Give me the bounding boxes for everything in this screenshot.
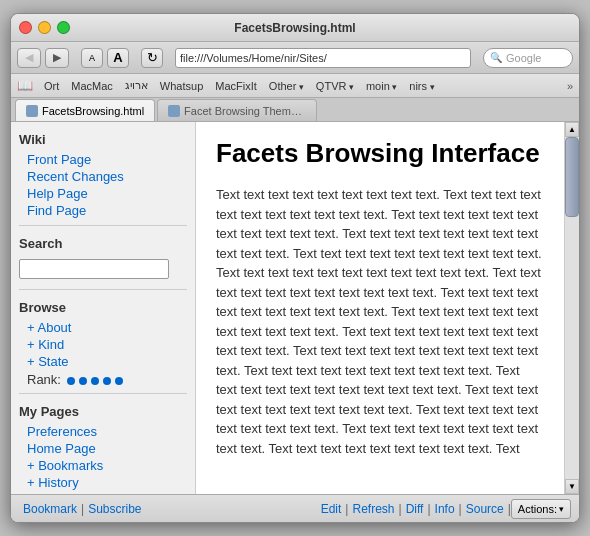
- tab-favicon-1: [26, 105, 38, 117]
- actions-arrow-icon: ▾: [559, 504, 564, 514]
- sidebar-link-kind[interactable]: + Kind: [19, 336, 187, 353]
- scrollbar-thumb[interactable]: [565, 137, 579, 217]
- bookmarks-more-button[interactable]: »: [567, 80, 573, 92]
- back-icon: ◀: [25, 51, 33, 64]
- bookmark-macmac[interactable]: MacMac: [66, 78, 118, 94]
- scrollbar-down-arrow[interactable]: ▼: [565, 479, 579, 494]
- sidebar-link-helppage[interactable]: Help Page: [19, 185, 187, 202]
- main-area: Wiki Front Page Recent Changes Help Page…: [11, 122, 579, 494]
- sidebar-divider-1: [19, 225, 187, 226]
- title-bar: FacetsBrowsing.html: [11, 14, 579, 42]
- tab-favicon-2: [168, 105, 180, 117]
- tabs-bar: FacetsBrowsing.html Facet Browsing Theme…: [11, 98, 579, 122]
- bookmarks-icon: 📖: [17, 78, 33, 93]
- sidebar-link-homepage[interactable]: Home Page: [19, 440, 187, 457]
- content-body: Text text text text text text text text …: [216, 185, 544, 458]
- rank-dot-2: [79, 377, 87, 385]
- subscribe-status-link[interactable]: Subscribe: [84, 502, 145, 516]
- search-bar[interactable]: 🔍 Google: [483, 48, 573, 68]
- maximize-button[interactable]: [57, 21, 70, 34]
- browse-section-title: Browse: [19, 300, 187, 315]
- rank-label: Rank:: [27, 372, 61, 387]
- tab-label-1: FacetsBrowsing.html: [42, 105, 144, 117]
- scrollbar-up-arrow[interactable]: ▲: [565, 122, 579, 137]
- search-input[interactable]: [19, 259, 169, 279]
- rank-dots: [63, 377, 123, 385]
- mypages-section-title: My Pages: [19, 404, 187, 419]
- tab-facetsbrowsing[interactable]: FacetsBrowsing.html: [15, 99, 155, 121]
- rank-dot-1: [67, 377, 75, 385]
- scrollbar[interactable]: ▲ ▼: [564, 122, 579, 494]
- browser-window: FacetsBrowsing.html ◀ ▶ A A ↻ file:///Vo…: [10, 13, 580, 523]
- rank-dot-3: [91, 377, 99, 385]
- rank-dot-4: [103, 377, 111, 385]
- sidebar-link-history[interactable]: + History: [19, 474, 187, 491]
- sidebar-link-frontpage[interactable]: Front Page: [19, 151, 187, 168]
- actions-button[interactable]: Actions: ▾: [511, 499, 571, 519]
- address-bar[interactable]: file:///Volumes/Home/nir/Sites/: [175, 48, 471, 68]
- status-right: Edit | Refresh | Diff | Info | Source | …: [317, 499, 571, 519]
- sidebar-divider-2: [19, 289, 187, 290]
- content-title: Facets Browsing Interface: [216, 138, 544, 169]
- scrollbar-thumb-area: [565, 137, 579, 479]
- close-button[interactable]: [19, 21, 32, 34]
- info-status-link[interactable]: Info: [431, 502, 459, 516]
- tab-facettheme[interactable]: Facet Browsing Theme ...: [157, 99, 317, 121]
- bookmark-qtvr[interactable]: QTVR: [311, 78, 359, 94]
- sidebar-link-about[interactable]: + About: [19, 319, 187, 336]
- bookmark-moin[interactable]: moin: [361, 78, 402, 94]
- edit-status-link[interactable]: Edit: [317, 502, 346, 516]
- back-button[interactable]: ◀: [17, 48, 41, 68]
- bookmark-macfixit[interactable]: MacFixIt: [210, 78, 262, 94]
- search-section-title: Search: [19, 236, 187, 251]
- diff-status-link[interactable]: Diff: [402, 502, 428, 516]
- forward-button[interactable]: ▶: [45, 48, 69, 68]
- bookmark-ort[interactable]: Ort: [39, 78, 64, 94]
- sidebar-link-preferences[interactable]: Preferences: [19, 423, 187, 440]
- bookmark-whatsup[interactable]: Whatsup: [155, 78, 208, 94]
- refresh-button[interactable]: ↻: [141, 48, 163, 68]
- content-area: Facets Browsing Interface Text text text…: [196, 122, 564, 494]
- source-status-link[interactable]: Source: [462, 502, 508, 516]
- rank-dot-5: [115, 377, 123, 385]
- minimize-button[interactable]: [38, 21, 51, 34]
- sidebar-link-findpage[interactable]: Find Page: [19, 202, 187, 219]
- wiki-section-title: Wiki: [19, 132, 187, 147]
- tab-label-2: Facet Browsing Theme ...: [184, 105, 306, 117]
- sidebar-divider-3: [19, 393, 187, 394]
- refresh-icon: ↻: [147, 50, 158, 65]
- status-left: Bookmark | Subscribe: [19, 502, 146, 516]
- sidebar-link-state[interactable]: + State: [19, 353, 187, 370]
- window-controls: [19, 21, 70, 34]
- window-title: FacetsBrowsing.html: [234, 21, 355, 35]
- bookmarks-bar: 📖 Ort MacMac ארויג Whatsup MacFixIt Othe…: [11, 74, 579, 98]
- toolbar: ◀ ▶ A A ↻ file:///Volumes/Home/nir/Sites…: [11, 42, 579, 74]
- sidebar-link-bookmarks[interactable]: + Bookmarks: [19, 457, 187, 474]
- refresh-status-link[interactable]: Refresh: [348, 502, 398, 516]
- font-large-button[interactable]: A: [107, 48, 129, 68]
- forward-icon: ▶: [53, 51, 61, 64]
- sidebar-link-recentchanges[interactable]: Recent Changes: [19, 168, 187, 185]
- bookmark-nirs[interactable]: nirs: [404, 78, 439, 94]
- bookmark-status-link[interactable]: Bookmark: [19, 502, 81, 516]
- font-small-button[interactable]: A: [81, 48, 103, 68]
- status-bar: Bookmark | Subscribe Edit | Refresh | Di…: [11, 494, 579, 522]
- bookmark-other[interactable]: Other: [264, 78, 309, 94]
- bookmark-aroig[interactable]: ארויג: [120, 77, 153, 94]
- search-icon: 🔍: [490, 52, 502, 63]
- sidebar: Wiki Front Page Recent Changes Help Page…: [11, 122, 196, 494]
- rank-row: Rank:: [19, 372, 187, 387]
